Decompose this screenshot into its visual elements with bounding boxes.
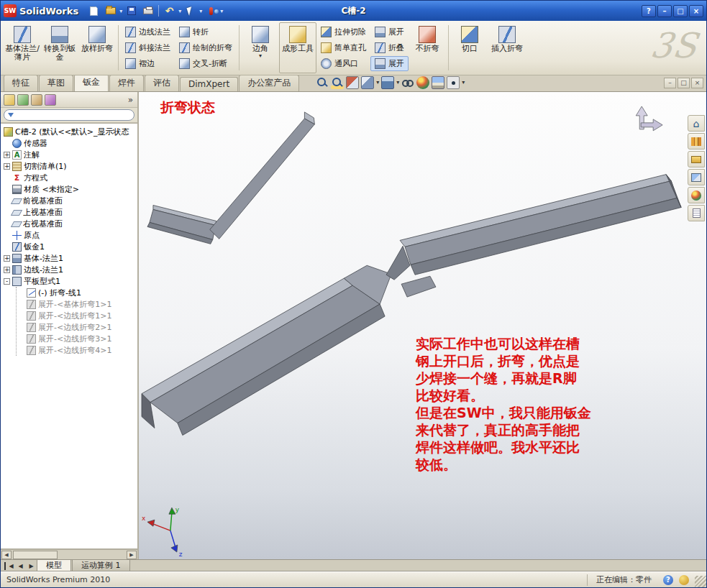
v-piece-right-arm[interactable]: [210, 119, 315, 239]
tree-item-front-plane[interactable]: 前视基准面: [2, 195, 137, 206]
apply-scene-icon[interactable]: [432, 76, 444, 89]
fold-button[interactable]: 折叠: [370, 40, 409, 55]
display-style-icon[interactable]: [381, 76, 394, 89]
panel-minimize-icon[interactable]: –: [664, 78, 676, 88]
tree-item-bend-line1[interactable]: (-) 折弯-线1: [17, 287, 137, 298]
edge-flange-button[interactable]: 边线法兰: [121, 24, 175, 40]
help-button[interactable]: ?: [642, 5, 656, 17]
section-view-icon[interactable]: [346, 76, 359, 89]
tree-item-flat-pattern1[interactable]: - 平板型式1: [2, 275, 137, 287]
panel-chevrons-icon[interactable]: »: [127, 95, 134, 105]
tree-item-sensors[interactable]: 传感器: [2, 137, 137, 149]
expand-plus-icon[interactable]: +: [4, 255, 10, 262]
open-button[interactable]: [102, 4, 119, 18]
left-channel-web[interactable]: [150, 285, 380, 423]
tree-item-origin[interactable]: 原点: [2, 229, 137, 241]
zoom-area-icon[interactable]: [331, 76, 344, 89]
first-tab-icon[interactable]: ◀: [4, 562, 15, 570]
close-button[interactable]: ×: [689, 5, 703, 17]
tree-filter-input[interactable]: [4, 109, 134, 121]
hide-show-items-icon[interactable]: [401, 76, 414, 89]
scroll-left-icon[interactable]: ◀: [1, 551, 12, 559]
tree-item-base-flange1[interactable]: + 基体-法兰1: [2, 252, 137, 264]
insert-bends-button[interactable]: 插入折弯: [488, 22, 526, 73]
graphics-viewport[interactable]: x y z 折弯状态 实际工作中也可以这样在槽 钢上开口后，折弯，优点是: [139, 92, 706, 559]
print-button[interactable]: [140, 4, 156, 18]
expand-plus-icon[interactable]: +: [4, 267, 10, 273]
property-manager-tab-icon[interactable]: [17, 94, 29, 106]
tree-item-right-plane[interactable]: 右视基准面: [2, 218, 137, 229]
extruded-cut-button[interactable]: 拉伸切除: [316, 24, 370, 40]
feature-manager-tab-icon[interactable]: [4, 94, 15, 106]
panel-float-icon[interactable]: □: [678, 78, 690, 88]
hem-button[interactable]: 褶边: [121, 56, 175, 71]
quick-tips-icon[interactable]: ?: [663, 575, 673, 585]
tab-features[interactable]: 特征: [4, 75, 38, 91]
model-tab[interactable]: 模型: [37, 560, 71, 571]
corner-dropdown-icon[interactable]: ▾: [259, 53, 262, 59]
select-button[interactable]: [182, 4, 199, 18]
tree-item-sheet-metal1[interactable]: 钣金1: [2, 241, 137, 252]
scroll-right-icon[interactable]: ▶: [127, 551, 137, 559]
model-3d[interactable]: x y z: [139, 92, 706, 559]
junction-tab[interactable]: [401, 276, 436, 297]
tree-item-equations[interactable]: Σ 方程式: [2, 172, 137, 183]
flatten-button[interactable]: 展开: [370, 56, 409, 71]
undo-dropdown-icon[interactable]: ▾: [178, 8, 181, 14]
cross-break-button[interactable]: 交叉-折断: [175, 56, 237, 71]
configuration-manager-tab-icon[interactable]: [31, 94, 42, 106]
unfold-button[interactable]: 展开: [370, 24, 409, 40]
rip-button[interactable]: 切口: [451, 22, 488, 73]
tree-item-annotations[interactable]: + A 注解: [2, 149, 137, 160]
tree-item-edge-flange1[interactable]: + 边线-法兰1: [2, 264, 137, 275]
panel-close-icon[interactable]: ×: [691, 78, 703, 88]
expand-minus-icon[interactable]: -: [4, 278, 10, 285]
tree-item-unfold-edge-bend2[interactable]: 展开-<边线折弯2>1: [17, 321, 137, 333]
minimize-button[interactable]: –: [657, 5, 672, 17]
comment-annotation[interactable]: 实际工作中也可以这样在槽 钢上开口后，折弯，优点是 少焊接一个缝，再就是R脚 比…: [416, 335, 591, 473]
tree-item-unfold-edge-bend3[interactable]: 展开-<边线折弯3>1: [17, 333, 137, 344]
resize-grip[interactable]: [695, 576, 706, 587]
scrollbar-thumb[interactable]: [13, 551, 58, 559]
vent-button[interactable]: 通风口: [316, 56, 370, 71]
maximize-button[interactable]: □: [673, 5, 688, 17]
tab-evaluate[interactable]: 评估: [145, 75, 179, 91]
rebuild-button[interactable]: [203, 4, 219, 18]
sketched-bend-button[interactable]: 绘制的折弯: [175, 40, 237, 55]
tree-horizontal-scrollbar[interactable]: ◀ ▶: [1, 549, 137, 559]
solidworks-resources-icon[interactable]: ⌂: [688, 115, 705, 132]
edit-appearance-icon[interactable]: [416, 76, 429, 89]
jog-button[interactable]: 转折: [175, 24, 237, 40]
view-settings-dropdown-icon[interactable]: ▾: [462, 80, 465, 86]
motion-study-tab[interactable]: 运动算例 1: [72, 560, 130, 571]
tree-item-unfold-edge-bend4[interactable]: 展开-<边线折弯4>1: [17, 344, 137, 356]
tab-dimxpert[interactable]: DimXpert: [180, 77, 238, 91]
tree-item-unfold-base-bend1[interactable]: 展开-<基体折弯1>1: [17, 298, 137, 310]
next-tab-icon[interactable]: ▶: [26, 560, 37, 571]
save-button[interactable]: [123, 4, 140, 18]
view-settings-icon[interactable]: [447, 76, 460, 89]
undo-button[interactable]: ↶: [161, 4, 178, 18]
tree-item-top-plane[interactable]: 上视基准面: [2, 206, 137, 218]
design-library-icon[interactable]: [688, 133, 705, 150]
web-help-icon[interactable]: [679, 575, 689, 585]
tree-item-cut-list[interactable]: + 切割清单(1): [2, 160, 137, 172]
right-channel-web[interactable]: [405, 181, 677, 265]
tree-item-unfold-edge-bend1[interactable]: 展开-<边线折弯1>1: [17, 310, 137, 321]
appearances-icon[interactable]: [688, 187, 705, 203]
tree-item-material[interactable]: 材质 <未指定>: [2, 183, 137, 195]
select-dropdown-icon[interactable]: ▾: [199, 8, 202, 14]
expand-plus-icon[interactable]: +: [4, 152, 10, 158]
simple-hole-button[interactable]: 简单直孔: [316, 40, 370, 55]
expand-plus-icon[interactable]: +: [4, 163, 10, 170]
bend-state-annotation[interactable]: 折弯状态: [160, 98, 215, 117]
no-bends-button[interactable]: 不折弯: [409, 22, 446, 73]
view-orientation-dropdown-icon[interactable]: ▾: [376, 80, 379, 86]
custom-properties-icon[interactable]: [688, 205, 705, 221]
display-style-dropdown-icon[interactable]: ▾: [396, 80, 399, 86]
zoom-fit-icon[interactable]: [316, 76, 329, 89]
tree-root-part[interactable]: C槽-2 (默认<<默认>_显示状态: [2, 126, 137, 137]
open-dropdown-icon[interactable]: ▾: [119, 8, 122, 14]
dimxpert-manager-tab-icon[interactable]: [45, 94, 56, 106]
tab-weldments[interactable]: 焊件: [109, 75, 144, 91]
